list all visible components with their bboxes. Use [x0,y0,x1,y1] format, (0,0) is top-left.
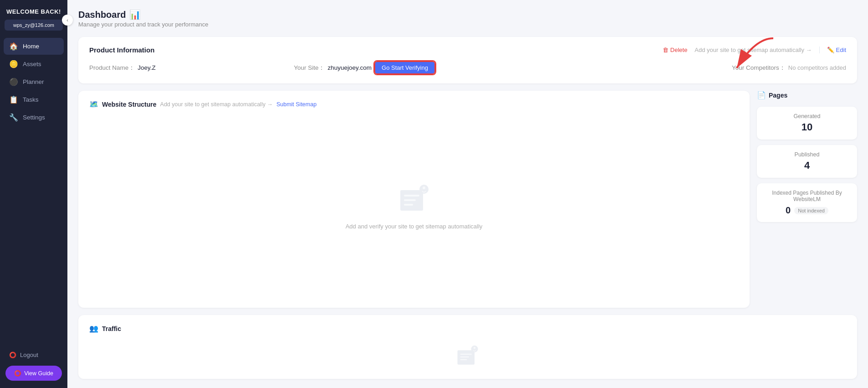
go-start-verifying-button[interactable]: Go Start Verifying [374,61,435,74]
dashboard-title: Dashboard [78,10,126,20]
traffic-empty-state [89,338,846,368]
page-header: Dashboard 📊 Manage your product and trac… [78,9,857,28]
ws-empty-icon [396,181,432,217]
svg-rect-8 [460,354,472,355]
svg-rect-2 [404,195,419,197]
website-structure-card: 🗺️ Website Structure Add your site to ge… [78,91,750,308]
competitors-label: Your Competitors： [732,64,786,72]
your-site-label: Your Site： [294,64,325,72]
svg-point-6 [423,186,425,189]
ws-header: 🗺️ Website Structure Add your site to ge… [89,100,739,109]
ws-auto-text: Add your site to get sitemap automatical… [160,101,273,108]
ws-empty-state: Add and verify your site to get sitemap … [89,112,739,299]
sidebar-item-label: Tasks [23,96,39,103]
not-indexed-badge: Not indexed [794,207,828,214]
published-stat-card: Published 4 [757,145,857,178]
published-value: 4 [765,160,849,171]
pages-title: Pages [769,92,787,99]
sidebar-item-label: Settings [23,114,45,121]
delete-label: Delete [670,47,688,53]
planner-icon: ⚫ [9,78,18,86]
indexed-stat-card: Indexed Pages Published By WebsiteLM 0 N… [757,183,857,222]
pages-title-row: 📄 Pages [757,91,857,99]
sidebar-item-label: Planner [23,78,44,85]
ws-icon: 🗺️ [89,100,98,109]
page-title: Dashboard 📊 [78,9,857,20]
home-icon: 🏠 [9,42,18,51]
assets-icon: 🪙 [9,60,18,68]
competitors-value: No competitors added [788,64,846,71]
tasks-icon: 📋 [9,95,18,104]
sidebar-item-label: Assets [23,61,41,67]
traffic-header: 👥 Traffic [89,324,846,333]
edit-icon: ✏️ [827,47,834,53]
ws-title: Website Structure [102,101,157,108]
logout-label: Logout [20,352,38,358]
your-site-field: Your Site： zhuyuejoey.com Go Start Verif… [294,61,539,74]
sidebar-email: wps_zy@126.com [5,20,63,31]
edit-label: Edit [836,47,846,53]
sidebar-welcome: WELCOME BACK! [0,0,67,20]
your-site-value: zhuyuejoey.com [327,64,372,71]
sidebar-item-tasks[interactable]: 📋 Tasks [4,91,64,108]
add-site-text: Add your site to get sitemap automatical… [694,47,812,53]
view-guide-label: View Guide [24,370,53,377]
bottom-section: 🗺️ Website Structure Add your site to ge… [78,91,857,308]
main-content: Dashboard 📊 Manage your product and trac… [67,0,868,388]
page-subtitle: Manage your product and track your perfo… [78,21,857,28]
logout-icon: ⭕ [9,352,16,358]
traffic-title: Traffic [102,325,121,332]
sidebar-item-assets[interactable]: 🪙 Assets [4,56,64,72]
generated-label: Generated [765,113,849,119]
product-card-title: Product Information [89,46,154,54]
sidebar-collapse-button[interactable]: ‹ [62,15,73,26]
product-info-row: Product Name： Joey.Z Your Site： zhuyuejo… [89,61,846,74]
traffic-icon: 👥 [89,324,98,333]
traffic-card: 👥 Traffic [78,315,857,379]
pages-card: 📄 Pages Generated 10 Published 4 Indexed… [757,91,857,308]
product-card-actions: 🗑 Delete Add your site to get sitemap au… [663,47,846,53]
product-information-card: Product Information 🗑 Delete Add your si… [78,37,857,83]
ws-empty-text: Add and verify your site to get sitemap … [346,223,483,230]
indexed-label: Indexed Pages Published By WebsiteLM [765,190,849,202]
sidebar-item-home[interactable]: 🏠 Home [4,38,64,55]
svg-rect-3 [404,199,416,201]
svg-point-12 [474,347,476,349]
traffic-empty-icon [454,343,481,368]
indexed-row: 0 Not indexed [765,205,849,216]
svg-rect-9 [460,357,470,357]
sidebar: WELCOME BACK! wps_zy@126.com 🏠 Home 🪙 As… [0,0,67,388]
settings-icon: 🔧 [9,113,18,122]
logout-button[interactable]: ⭕ Logout [4,348,64,362]
product-card-header: Product Information 🗑 Delete Add your si… [89,46,846,54]
sidebar-bottom: ⭕ Logout ⭕ View Guide [0,342,67,388]
indexed-value: 0 [786,205,791,216]
sidebar-nav: 🏠 Home 🪙 Assets ⚫ Planner 📋 Tasks 🔧 Sett… [0,38,67,342]
sidebar-item-settings[interactable]: 🔧 Settings [4,109,64,126]
svg-rect-4 [404,204,413,206]
dashboard-icon: 📊 [129,9,141,20]
svg-rect-10 [460,359,467,360]
pages-icon: 📄 [757,91,766,99]
product-name-field: Product Name： Joey.Z [89,64,294,72]
generated-stat-card: Generated 10 [757,107,857,140]
product-name-value: Joey.Z [138,64,156,71]
edit-button[interactable]: ✏️ Edit [819,47,846,53]
competitors-field: Your Competitors： No competitors added [539,64,846,72]
published-label: Published [765,151,849,158]
sidebar-item-label: Home [23,43,39,50]
view-guide-button[interactable]: ⭕ View Guide [5,366,62,381]
product-name-label: Product Name： [89,64,135,72]
delete-icon: 🗑 [663,47,669,53]
delete-button[interactable]: 🗑 Delete [663,47,688,53]
submit-sitemap-link[interactable]: Submit Sitemap [276,101,317,108]
sidebar-item-planner[interactable]: ⚫ Planner [4,73,64,90]
guide-icon: ⭕ [14,370,21,377]
generated-value: 10 [765,121,849,133]
